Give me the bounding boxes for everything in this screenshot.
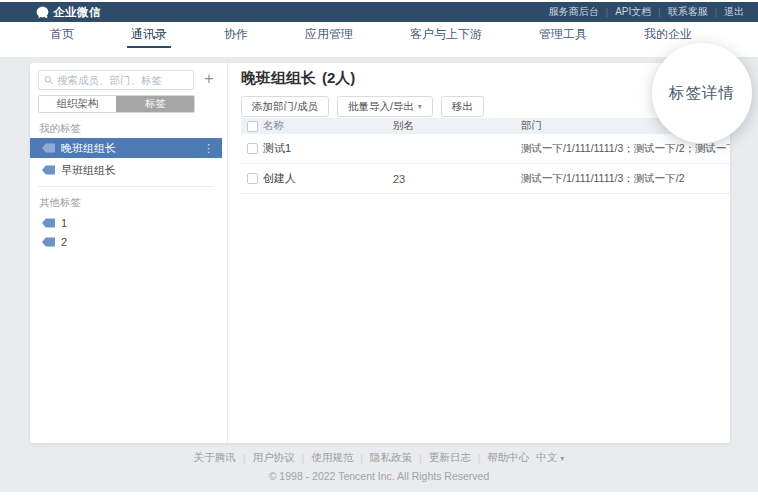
cell-dept: 测试一下/1/111/1111/3；测试一下/2 — [521, 172, 730, 186]
wecom-admin-page: { "ui": { "separator": "|" }, "topbar": … — [0, 0, 758, 504]
sidebar-item-tag-2[interactable]: 2 — [30, 232, 222, 252]
separator: | — [715, 7, 717, 17]
add-dept-member-button[interactable]: 添加部门/成员 — [241, 96, 329, 117]
separator: | — [606, 7, 608, 17]
button-label: 移出 — [452, 100, 473, 114]
search-input[interactable] — [57, 74, 188, 86]
table-row[interactable]: 测试1 测试一下/1/111/1111/3；测试一下/2；测试一下/1；测... — [241, 134, 730, 164]
wecom-logo[interactable]: 企业微信 — [36, 5, 101, 20]
nav-collaboration[interactable]: 协作 — [220, 22, 252, 48]
chevron-down-icon: ▾ — [418, 102, 422, 111]
page-title: 晚班组组长 (2人) — [241, 69, 355, 88]
sidebar-item-night-shift-leader[interactable]: 晚班组组长 ⋮ — [30, 138, 222, 158]
nav-admin-tools[interactable]: 管理工具 — [535, 22, 591, 48]
button-label: 批量导入/导出 — [348, 100, 414, 114]
separator: | — [360, 452, 363, 464]
remove-button[interactable]: 移出 — [441, 96, 484, 117]
copyright-text: © 1998 - 2022 Tencent Inc. All Rights Re… — [0, 470, 758, 482]
nav-customers[interactable]: 客户与上下游 — [406, 22, 486, 48]
footer-link-help-center[interactable]: 帮助中心 — [487, 451, 529, 465]
table-row[interactable]: 创建人 23 测试一下/1/111/1111/3；测试一下/2 — [241, 164, 730, 194]
app-title: 企业微信 — [53, 5, 101, 20]
sidebar: + 组织架构 标签 我的标签 晚班组组长 ⋮ 早班组组长 其他标签 — [30, 63, 228, 443]
button-label: 添加部门/成员 — [252, 100, 318, 114]
sidebar-item-morning-shift-leader[interactable]: 早班组组长 — [30, 160, 222, 180]
nav-app-management[interactable]: 应用管理 — [301, 22, 357, 48]
page-background: + 组织架构 标签 我的标签 晚班组组长 ⋮ 早班组组长 其他标签 — [0, 58, 758, 492]
spotlight-tooltip[interactable]: 标签详情 — [652, 43, 752, 143]
other-tags-section-title: 其他标签 — [39, 196, 81, 210]
search-icon — [44, 75, 53, 85]
topbar-link-support[interactable]: 联系客服 — [668, 5, 708, 19]
row-checkbox[interactable] — [247, 173, 258, 184]
separator: | — [301, 452, 304, 464]
tag-label: 晚班组组长 — [61, 141, 116, 156]
tab-tags[interactable]: 标签 — [116, 96, 194, 112]
topbar-link-logout[interactable]: 退出 — [724, 5, 744, 19]
content-card: + 组织架构 标签 我的标签 晚班组组长 ⋮ 早班组组长 其他标签 — [30, 63, 730, 443]
footer: 关于腾讯 | 用户协议 | 使用规范 | 隐私政策 | 更新日志 | 帮助中心 … — [0, 451, 758, 482]
separator: | — [478, 452, 481, 464]
footer-link-about[interactable]: 关于腾讯 — [194, 451, 236, 465]
tag-icon — [42, 143, 55, 153]
column-header-name: 名称 — [263, 119, 393, 133]
separator: | — [658, 7, 660, 17]
cell-dept: 测试一下/1/111/1111/3；测试一下/2；测试一下/1；测... — [521, 142, 730, 156]
tab-org-structure[interactable]: 组织架构 — [39, 96, 116, 112]
separator: | — [419, 452, 422, 464]
sidebar-divider — [38, 186, 214, 187]
topbar-links: 服务商后台 | API文档 | 联系客服 | 退出 — [549, 5, 744, 19]
separator: | — [243, 452, 246, 464]
nav-home[interactable]: 首页 — [46, 22, 78, 48]
member-count: (2人) — [322, 69, 355, 88]
batch-import-export-button[interactable]: 批量导入/导出 ▾ — [337, 96, 433, 117]
footer-link-changelog[interactable]: 更新日志 — [429, 451, 471, 465]
top-bar: 企业微信 服务商后台 | API文档 | 联系客服 | 退出 — [0, 2, 758, 22]
footer-links: 关于腾讯 | 用户协议 | 使用规范 | 隐私政策 | 更新日志 | 帮助中心 … — [0, 451, 758, 465]
tag-icon — [42, 218, 55, 228]
toolbar: 添加部门/成员 批量导入/导出 ▾ 移出 — [241, 96, 484, 117]
main-nav: 首页 通讯录 协作 应用管理 客户与上下游 管理工具 我的企业 — [0, 22, 758, 58]
tag-label: 2 — [61, 236, 67, 248]
cell-name: 测试1 — [263, 141, 393, 156]
topbar-link-api-docs[interactable]: API文档 — [615, 5, 651, 19]
chevron-down-icon: ▾ — [560, 454, 564, 463]
sidebar-item-tag-1[interactable]: 1 — [30, 213, 222, 233]
topbar-link-provider[interactable]: 服务商后台 — [549, 5, 599, 19]
footer-link-user-agreement[interactable]: 用户协议 — [252, 451, 294, 465]
spotlight-label: 标签详情 — [669, 83, 735, 104]
column-header-alias: 别名 — [393, 119, 521, 133]
select-all-checkbox[interactable] — [247, 121, 258, 132]
tag-name: 晚班组组长 — [241, 69, 316, 88]
row-checkbox[interactable] — [247, 143, 258, 154]
cell-alias: 23 — [393, 173, 521, 185]
my-tags-section-title: 我的标签 — [39, 122, 81, 136]
language-selector[interactable]: 中文 ▾ — [536, 451, 564, 465]
nav-items: 首页 通讯录 协作 应用管理 客户与上下游 管理工具 我的企业 — [0, 22, 758, 48]
tag-icon — [42, 165, 55, 175]
tag-icon — [42, 237, 55, 247]
add-tag-button[interactable]: + — [199, 69, 219, 89]
main-content: 晚班组组长 (2人) 添加部门/成员 批量导入/导出 ▾ 移出 — [229, 63, 730, 443]
footer-link-usage-rules[interactable]: 使用规范 — [311, 451, 353, 465]
cell-name: 创建人 — [263, 171, 393, 186]
sidebar-tabs: 组织架构 标签 — [38, 95, 195, 113]
language-label: 中文 — [536, 451, 557, 463]
table-body: 测试1 测试一下/1/111/1111/3；测试一下/2；测试一下/1；测...… — [241, 134, 730, 194]
more-options-icon[interactable]: ⋮ — [203, 142, 214, 155]
tag-label: 1 — [61, 217, 67, 229]
table-header: 名称 别名 部门 — [241, 118, 730, 134]
wecom-logo-icon — [36, 6, 49, 19]
nav-contacts[interactable]: 通讯录 — [127, 22, 171, 48]
search-box — [38, 70, 194, 90]
tag-label: 早班组组长 — [61, 163, 116, 178]
footer-link-privacy[interactable]: 隐私政策 — [370, 451, 412, 465]
